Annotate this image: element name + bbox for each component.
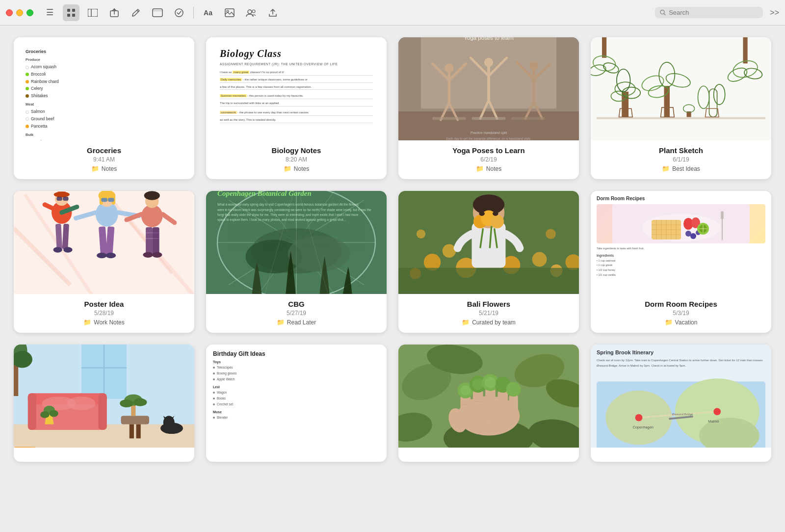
svg-text:fungi that really stole the sh: fungi that really stole the show for me.… xyxy=(217,213,359,217)
svg-line-8 xyxy=(137,10,138,12)
search-bar[interactable] xyxy=(655,7,763,18)
svg-rect-192 xyxy=(99,393,107,430)
svg-text:were in full bloom which was s: were in full bloom which was surprisingl… xyxy=(217,208,371,212)
svg-rect-94 xyxy=(108,198,114,202)
svg-point-158 xyxy=(493,212,498,216)
card-birthday[interactable]: Birthday Gift Ideas Toys Telescopes Boxi… xyxy=(206,345,387,462)
card-date: 6/2/19 xyxy=(480,156,497,163)
card-preview-dorm: Dorm Room Recipes xyxy=(591,191,771,294)
svg-point-242 xyxy=(635,414,643,421)
svg-rect-199 xyxy=(130,425,134,439)
svg-rect-148 xyxy=(472,223,506,268)
compose-button[interactable] xyxy=(128,4,144,21)
svg-point-137 xyxy=(443,244,456,258)
svg-point-14 xyxy=(252,10,255,13)
card-green-plant[interactable] xyxy=(398,345,579,462)
card-folder: 📁 Vacation xyxy=(665,319,698,326)
svg-point-84 xyxy=(53,247,62,253)
svg-rect-1 xyxy=(72,9,75,12)
card-title: Plant Sketch xyxy=(659,146,703,155)
card-date: 9:41 AM xyxy=(93,156,115,163)
svg-point-103 xyxy=(144,191,160,200)
traffic-lights xyxy=(6,9,33,16)
main-content: Groceries Produce Acorn squash Broccoli … xyxy=(0,26,785,532)
svg-rect-79 xyxy=(58,192,66,198)
svg-rect-159 xyxy=(398,268,579,294)
svg-text:Malmö: Malmö xyxy=(708,419,719,423)
sidebar-toggle-button[interactable] xyxy=(84,4,101,21)
svg-rect-86 xyxy=(56,197,62,201)
card-bali[interactable]: Bali Flowers 5/21/19 📁 Curated by team xyxy=(398,191,579,333)
maximize-button[interactable] xyxy=(26,9,33,16)
minimize-button[interactable] xyxy=(16,9,23,16)
card-date: 5/27/19 xyxy=(287,310,306,317)
export-button[interactable] xyxy=(264,4,281,21)
card-folder: 📁 Best Ideas xyxy=(662,165,700,172)
card-poster[interactable]: buster Poster Idea 5/28/19 📁 Work Notes xyxy=(14,191,194,333)
card-info-biology: Biology Notes 8:20 AM 📁 Notes xyxy=(206,140,387,179)
search-input[interactable] xyxy=(669,9,758,16)
done-button[interactable] xyxy=(171,4,187,21)
svg-rect-200 xyxy=(136,425,141,439)
card-info-spring xyxy=(591,448,771,462)
card-cbg[interactable]: Copenhagen Botanical Garden What a wonde… xyxy=(206,191,387,333)
svg-point-10 xyxy=(175,9,183,17)
share-button[interactable] xyxy=(106,4,123,21)
titlebar: ☰ xyxy=(0,0,785,26)
card-date: 6/1/19 xyxy=(673,156,689,163)
close-button[interactable] xyxy=(6,9,13,16)
svg-point-114 xyxy=(152,252,162,258)
card-preview-room xyxy=(14,345,194,448)
card-spring[interactable]: Spring Brook Itinerary Check out of room… xyxy=(591,345,771,462)
card-preview-birthday: Birthday Gift Ideas Toys Telescopes Boxi… xyxy=(206,345,387,448)
card-preview-plant: buster xyxy=(591,37,771,140)
svg-rect-224 xyxy=(509,393,518,422)
svg-point-230 xyxy=(506,382,521,397)
card-dorm[interactable]: Dorm Room Recipes xyxy=(591,191,771,333)
card-info-groceries: Groceries 9:41 AM 📁 Notes xyxy=(14,140,194,179)
card-preview-biology: Biology Class ASSIGNMENT REQUIREMENT (JR… xyxy=(206,37,387,140)
card-groceries[interactable]: Groceries Produce Acorn squash Broccoli … xyxy=(14,37,194,179)
svg-rect-4 xyxy=(88,9,98,17)
svg-point-85 xyxy=(63,247,72,253)
card-biology[interactable]: Biology Class ASSIGNMENT REQUIREMENT (JR… xyxy=(206,37,387,179)
svg-point-153 xyxy=(490,215,504,229)
folder-icon: 📁 xyxy=(284,165,291,172)
card-info-plant: Plant Sketch 6/1/19 📁 Best Ideas xyxy=(591,140,771,179)
svg-rect-9 xyxy=(153,9,162,17)
card-room[interactable] xyxy=(14,345,194,462)
svg-point-233 xyxy=(485,377,496,388)
more-toolbar-button[interactable]: >> xyxy=(770,8,779,17)
folder-icon: 📁 xyxy=(91,165,99,172)
card-info-poster: Poster Idea 5/28/19 📁 Work Notes xyxy=(14,294,194,333)
svg-point-243 xyxy=(713,408,721,415)
grid-view-button[interactable] xyxy=(63,4,79,21)
card-yoga[interactable]: Yoga poses to learn xyxy=(398,37,579,179)
svg-rect-19 xyxy=(398,111,579,140)
collab-button[interactable] xyxy=(243,4,260,21)
hamburger-menu-button[interactable]: ☰ xyxy=(41,4,58,21)
svg-text:space to explore them. I took : space to explore them. I took so many ph… xyxy=(217,218,346,222)
svg-text:Copenhagen Botanical Garden: Copenhagen Botanical Garden xyxy=(217,191,312,197)
card-plant[interactable]: buster Plant Sketch 6/1/19 📁 Best Ideas xyxy=(591,37,771,179)
card-title: Yoga Poses to Learn xyxy=(452,146,524,155)
folder-icon: 📁 xyxy=(462,319,470,326)
svg-rect-107 xyxy=(146,227,153,254)
folder-icon: 📁 xyxy=(665,319,673,326)
card-info-birthday xyxy=(206,448,387,462)
card-preview-cbg: Copenhagen Botanical Garden What a wonde… xyxy=(206,191,387,294)
svg-rect-2 xyxy=(67,14,70,17)
folder-icon: 📁 xyxy=(476,165,484,172)
card-preview-poster: buster xyxy=(14,191,194,294)
card-title: CBG xyxy=(288,300,304,308)
card-info-cbg: CBG 5/27/19 📁 Read Later xyxy=(206,294,387,333)
svg-rect-40 xyxy=(472,117,506,120)
attach-button[interactable] xyxy=(149,4,166,21)
image-button[interactable] xyxy=(221,4,238,21)
font-button[interactable]: Aa xyxy=(200,4,216,21)
svg-rect-191 xyxy=(28,393,36,430)
search-icon xyxy=(660,9,666,16)
svg-rect-93 xyxy=(101,198,107,202)
card-info-yoga: Yoga Poses to Learn 6/2/19 📁 Notes xyxy=(398,140,579,179)
svg-rect-41 xyxy=(511,117,545,120)
